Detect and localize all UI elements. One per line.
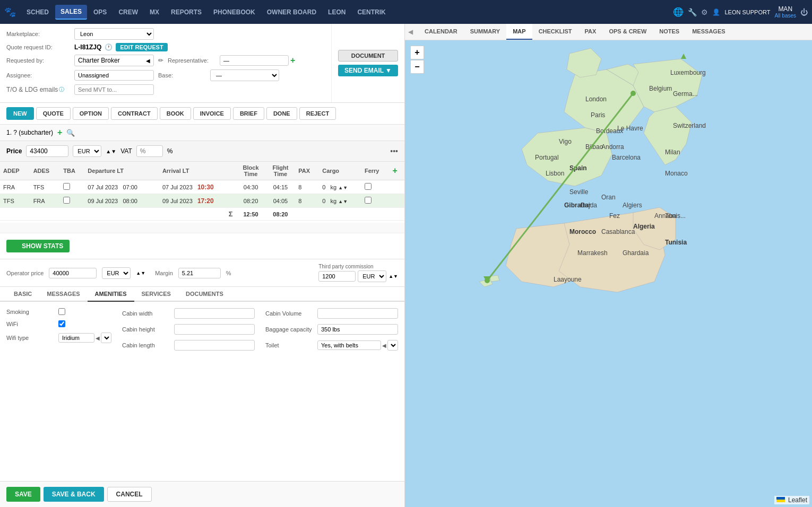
third-party-input[interactable] [318, 271, 356, 282]
toilet-select[interactable] [387, 340, 398, 351]
row2-tba-checkbox[interactable] [63, 197, 70, 204]
wifi-checkbox[interactable] [58, 320, 65, 327]
nav-sched[interactable]: SCHED [21, 5, 54, 19]
top-navigation: 🐾 SCHED SALES OPS CREW MX REPORTS PHONEB… [0, 0, 812, 24]
zoom-in-button[interactable]: + [410, 46, 424, 59]
base-select[interactable]: — [210, 69, 279, 81]
third-party-currency-select[interactable]: EUR [358, 270, 386, 282]
nav-owner-board[interactable]: OWNER BOARD [262, 5, 322, 19]
globe-icon[interactable]: 🌐 [673, 7, 684, 17]
show-stats-label: SHOW STATS [22, 242, 63, 250]
subcharter-add-icon[interactable]: + [57, 128, 62, 137]
map-nav-left-icon[interactable]: ◀ [405, 25, 416, 39]
add-flight-icon[interactable]: + [393, 166, 398, 175]
price-more-icon[interactable]: ••• [390, 147, 398, 155]
col-flight-time: FlightTime [266, 162, 296, 180]
logo-icon[interactable]: 🐾 [4, 6, 16, 18]
send-email-button[interactable]: SEND EMAIL ▼ [338, 65, 398, 76]
show-stats-button[interactable]: SHOW STATS [6, 240, 70, 252]
zoom-out-button[interactable]: − [410, 60, 424, 74]
nav-crew[interactable]: CREW [113, 5, 143, 19]
book-button[interactable]: BOOK [160, 107, 191, 120]
wifi-type-clear-icon[interactable]: ◀ [96, 335, 100, 341]
nav-ops[interactable]: OPS [88, 5, 112, 19]
option-button[interactable]: OPTION [73, 107, 109, 120]
cabin-volume-input[interactable] [317, 308, 398, 319]
invoice-button[interactable]: INVOICE [193, 107, 231, 120]
nav-mx[interactable]: MX [144, 5, 165, 19]
map-tab-notes[interactable]: NOTES [653, 24, 686, 40]
wrench-icon[interactable]: 🔧 [688, 8, 697, 16]
tldg-input[interactable] [74, 84, 154, 95]
assignee-input[interactable] [74, 70, 154, 81]
gear-icon[interactable]: ⚙ [701, 8, 708, 16]
cabin-length-input[interactable] [174, 340, 255, 351]
map-tab-calendar[interactable]: CALENDAR [418, 24, 464, 40]
manager-dropdown[interactable]: MAN All bases [774, 5, 796, 19]
tab-basic[interactable]: BASIC [6, 287, 39, 302]
tunis-label: Tunis... [665, 212, 686, 220]
toilet-clear-icon[interactable]: ◀ [382, 343, 386, 348]
map-container[interactable]: London Paris Le Havre Belgium Luxembourg… [405, 40, 812, 507]
document-button[interactable]: DOCUMENT [338, 50, 398, 62]
leaflet-credit[interactable]: Leaflet [774, 496, 809, 504]
done-button[interactable]: DONE [266, 107, 297, 120]
reject-button[interactable]: REJECT [299, 107, 336, 120]
tldg-info-icon[interactable]: ⓘ [59, 86, 64, 93]
price-currency-chevron: ▲▼ [106, 148, 116, 154]
operator-currency-select[interactable]: EUR [102, 267, 131, 279]
cancel-button[interactable]: CANCEL [107, 487, 152, 502]
row1-tba-checkbox[interactable] [63, 183, 70, 190]
nav-phonebook[interactable]: PHONEBOOK [208, 5, 261, 19]
edit-request-button[interactable]: EDIT REQUEST [116, 43, 167, 51]
nav-centrik[interactable]: CENTRIK [352, 5, 391, 19]
marketplace-select[interactable]: Leon [74, 28, 154, 40]
tab-amenities[interactable]: AMENITIES [88, 287, 134, 302]
new-button[interactable]: NEW [6, 107, 34, 120]
contract-button[interactable]: CONTRACT [111, 107, 158, 120]
nav-sales[interactable]: SALES [55, 5, 87, 20]
map-tab-summary[interactable]: SUMMARY [464, 24, 506, 40]
tab-messages[interactable]: MESSAGES [39, 287, 87, 302]
user-icon[interactable]: 👤 [712, 8, 720, 16]
user-name[interactable]: LEON SUPPORT [724, 9, 770, 15]
vat-input[interactable] [136, 145, 163, 157]
brief-button[interactable]: BRIEF [233, 107, 264, 120]
tab-services[interactable]: SERVICES [134, 287, 178, 302]
price-currency-select[interactable]: EUR [73, 145, 101, 157]
power-icon[interactable]: ⏻ [800, 8, 808, 16]
subcharter-search-icon[interactable]: 🔍 [66, 129, 75, 137]
baggage-input[interactable] [317, 324, 398, 335]
map-tab-checklist[interactable]: CHECKLIST [532, 24, 578, 40]
wifi-type-select[interactable] [101, 333, 111, 343]
representative-add-icon[interactable]: + [290, 56, 295, 65]
price-input[interactable] [26, 145, 68, 157]
save-back-button[interactable]: SAVE & BACK [44, 487, 104, 502]
map-tab-messages[interactable]: MESSAGES [686, 24, 731, 40]
nav-leon[interactable]: LEON [323, 5, 351, 19]
margin-input[interactable] [178, 268, 221, 278]
row1-ferry-checkbox[interactable] [365, 183, 372, 190]
nav-reports[interactable]: REPORTS [166, 5, 207, 19]
operator-price-input[interactable] [49, 268, 97, 278]
save-button[interactable]: SAVE [6, 487, 40, 502]
row1-flight: 04:15 [266, 180, 296, 194]
quote-button[interactable]: QUOTE [36, 107, 71, 120]
cabin-width-input[interactable] [174, 308, 255, 319]
operator-currency-chevron[interactable]: ▲▼ [136, 270, 145, 276]
fra-marker [630, 91, 636, 96]
cabin-height-input[interactable] [174, 324, 255, 335]
representative-input[interactable] [220, 55, 289, 66]
oujda-label: Oujda [580, 202, 597, 209]
cabin-width-label: Cabin width [122, 310, 170, 317]
requested-by-clear-icon[interactable]: ◀ [146, 58, 150, 64]
row2-ferry-checkbox[interactable] [365, 197, 372, 204]
map-tab-map[interactable]: MAP [506, 24, 532, 40]
subcharter-label: 1. ? (subcharter) [6, 129, 53, 136]
requested-by-edit-icon[interactable]: ✏ [158, 57, 163, 64]
history-icon[interactable]: 🕐 [105, 43, 113, 51]
map-tab-ops-crew[interactable]: OPS & CREW [602, 24, 653, 40]
map-tab-pax[interactable]: PAX [578, 24, 603, 40]
tab-documents[interactable]: DOCUMENTS [178, 287, 231, 302]
smoking-checkbox[interactable] [58, 308, 65, 315]
